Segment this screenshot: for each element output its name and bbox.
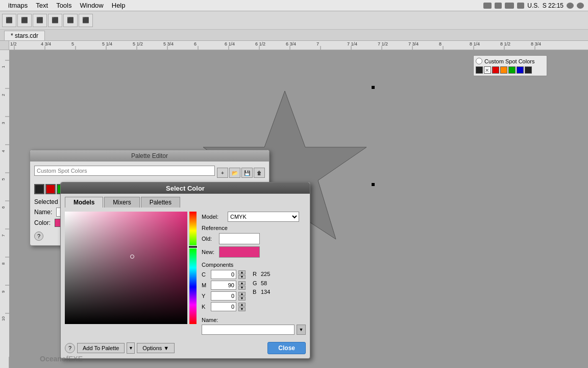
c-label: C: [202, 271, 209, 278]
close-btn[interactable]: Close: [267, 342, 306, 354]
toolbar-btn-1[interactable]: ⬛: [2, 14, 16, 27]
palette-editor-titlebar: Palette Editor: [30, 150, 269, 162]
add-to-palette-btn[interactable]: Add To Palette: [77, 343, 125, 353]
menu-text[interactable]: Text: [32, 1, 52, 10]
palette-editor-title: Palette Editor: [131, 152, 168, 159]
handle-middle-right: [372, 183, 375, 186]
palette-tb-save[interactable]: 💾: [241, 168, 253, 178]
swatch-6[interactable]: [525, 66, 532, 74]
m-spinners: ▲ ▼: [238, 281, 246, 290]
name-dropdown-btn[interactable]: ▼: [297, 325, 306, 335]
palette-search-row: + 📂 💾 🗑: [34, 166, 265, 180]
canvas-area[interactable]: Custom Spot Colors ✕ Palette Editor: [9, 50, 588, 368]
spot-colors-label: Custom Spot Colors: [484, 58, 534, 64]
toolbar-btn-2[interactable]: ⬛: [17, 14, 32, 27]
help-label: ?: [68, 345, 71, 351]
y-down[interactable]: ▼: [238, 296, 246, 301]
name-input-row: ▼: [202, 325, 306, 335]
name-label: Name:: [202, 317, 306, 323]
reference-new-row: New:: [202, 246, 306, 258]
swatch-3[interactable]: [500, 66, 507, 74]
color-picker-left: [65, 212, 197, 335]
menu-tools[interactable]: Tools: [52, 1, 76, 10]
c-input[interactable]: [211, 270, 236, 279]
cmyk-inputs: C ▲ ▼ M: [202, 270, 246, 313]
menubar-right: U.S. S 22:15: [483, 2, 584, 9]
menu-itmaps[interactable]: itmaps: [4, 1, 32, 10]
old-label: Old:: [202, 236, 217, 242]
b-label: B: [253, 288, 259, 297]
ruler-corner: [0, 41, 9, 50]
k-row: K ▲ ▼: [202, 302, 246, 311]
swatch-1[interactable]: [476, 66, 483, 74]
rgb-values: R 225 G 58 B 134: [253, 270, 270, 313]
k-input[interactable]: [211, 302, 236, 311]
spot-colors-radio[interactable]: [476, 58, 482, 64]
name-input[interactable]: [202, 325, 295, 335]
tab-palettes[interactable]: Palettes: [141, 197, 180, 208]
search-icon[interactable]: [577, 3, 584, 9]
model-label: Model:: [202, 214, 225, 220]
palette-tb-delete[interactable]: 🗑: [254, 168, 265, 178]
palette-swatch-2[interactable]: [45, 184, 56, 194]
c-down[interactable]: ▼: [238, 275, 246, 279]
k-spinners: ▲ ▼: [238, 303, 246, 311]
menu-help[interactable]: Help: [108, 1, 130, 10]
swatch-5[interactable]: [517, 66, 524, 74]
b-row: B 134: [253, 288, 270, 297]
toolbar-btn-4[interactable]: ⬛: [48, 14, 62, 27]
menu-window[interactable]: Window: [76, 1, 108, 10]
g-value: 58: [261, 279, 267, 288]
toolbar-btn-5[interactable]: ⬛: [63, 14, 78, 27]
palette-search-input[interactable]: [34, 166, 215, 176]
m-input[interactable]: [211, 281, 236, 290]
tab-models[interactable]: Models: [65, 197, 103, 208]
y-up[interactable]: ▲: [238, 292, 246, 296]
reference-title: Reference: [202, 225, 306, 231]
time-label: S 22:15: [543, 2, 564, 9]
m-up[interactable]: ▲: [238, 281, 246, 285]
volume-icon: [517, 3, 524, 9]
options-btn[interactable]: Options ▼: [137, 343, 175, 353]
k-label: K: [202, 304, 209, 310]
k-up[interactable]: ▲: [238, 303, 246, 307]
y-input[interactable]: [211, 291, 236, 301]
ruler-vertical: [0, 50, 9, 368]
sc-help-btn[interactable]: ?: [65, 343, 75, 353]
swatch-x[interactable]: ✕: [484, 66, 491, 74]
m-down[interactable]: ▼: [238, 286, 246, 290]
m-row: M ▲ ▼: [202, 281, 246, 290]
add-palette-dropdown-btn[interactable]: ▼: [127, 342, 135, 354]
swatch-2[interactable]: [492, 66, 499, 74]
g-row: G 58: [253, 279, 270, 288]
b-value: 134: [261, 288, 270, 297]
c-up[interactable]: ▲: [238, 270, 246, 274]
tab-stars-cdr[interactable]: * stars.cdr: [4, 31, 45, 40]
color-label: Color:: [34, 219, 51, 226]
tab-label: stars.cdr: [15, 32, 38, 39]
select-color-title: Select Color: [166, 185, 205, 192]
k-down[interactable]: ▼: [238, 307, 246, 311]
wifi-icon: [495, 3, 502, 9]
palette-tb-open[interactable]: 📂: [229, 168, 240, 178]
screen-icon: [483, 3, 492, 9]
palette-help-btn[interactable]: ?: [34, 232, 43, 241]
color-gradient-box[interactable]: [65, 212, 187, 324]
toolbar-btn-6[interactable]: ⬛: [79, 14, 93, 27]
user-icon[interactable]: [567, 3, 574, 9]
name-section: Name: ▼: [202, 317, 306, 335]
swatch-4[interactable]: [508, 66, 516, 74]
select-color-body: Model: CMYK Reference Old: New:: [61, 208, 310, 339]
hue-slider-container[interactable]: [189, 212, 197, 324]
tab-mixers[interactable]: Mixers: [104, 197, 139, 208]
model-select[interactable]: CMYK: [228, 212, 299, 222]
toolbar-btn-3[interactable]: ⬛: [33, 14, 47, 27]
r-value: 225: [261, 270, 270, 279]
select-color-dialog: Select Color Models Mixers Palettes: [60, 182, 310, 359]
battery-icon: [505, 3, 514, 9]
palette-tb-new[interactable]: +: [217, 168, 228, 178]
new-color-box: [219, 246, 260, 258]
spot-colors-title: Custom Spot Colors: [476, 58, 545, 64]
palette-swatch-1[interactable]: [34, 184, 44, 194]
handle-top-right: [372, 86, 375, 89]
